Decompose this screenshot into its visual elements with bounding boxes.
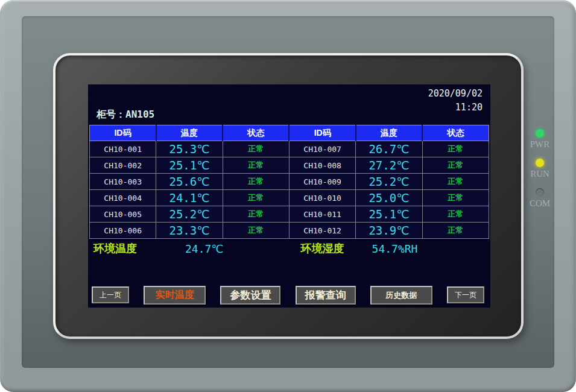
channel-id: CH10-010 <box>289 190 355 206</box>
channel-status: 正常 <box>223 141 289 157</box>
led-panel: PWR RUN COM <box>526 129 554 218</box>
channel-status: 正常 <box>422 141 489 157</box>
channel-temp: 25.3℃ <box>156 141 223 157</box>
param-settings-button[interactable]: 参数设置 <box>220 286 280 305</box>
env-temp-label: 环境温度 <box>93 241 137 256</box>
col-header-temp: 温度 <box>156 125 223 141</box>
alarm-query-button[interactable]: 报警查询 <box>296 286 356 305</box>
table-row: CH10-003 25.6℃ 正常 CH10-009 25.2℃ 正常 <box>90 174 489 190</box>
channel-id: CH10-005 <box>90 206 156 223</box>
lcd-screen: 2020/09/02 11:20 柜号：AN105 ID码 温度 状态 ID码 … <box>88 84 490 308</box>
table-row: CH10-005 25.2℃ 正常 CH10-011 25.1℃ 正常 <box>90 206 489 223</box>
channel-temp: 25.1℃ <box>356 206 422 223</box>
com-led-group: COM <box>530 188 550 209</box>
pwr-led-label: PWR <box>530 139 550 150</box>
next-page-button[interactable]: 下一页 <box>447 286 484 303</box>
environment-row: 环境温度 24.7℃ 环境湿度 54.7%RH <box>93 241 486 256</box>
channel-temp: 24.1℃ <box>156 190 223 206</box>
col-header-id: ID码 <box>90 125 156 141</box>
pwr-led-icon <box>536 129 544 138</box>
nav-button-bar: 上一页 实时温度 参数设置 报警查询 历史数据 下一页 <box>92 285 484 305</box>
table-row: CH10-002 25.1℃ 正常 CH10-008 27.2℃ 正常 <box>90 157 489 174</box>
screen-bezel: 2020/09/02 11:20 柜号：AN105 ID码 温度 状态 ID码 … <box>53 53 524 339</box>
channel-id: CH10-007 <box>289 141 355 157</box>
table-row: CH10-001 25.3℃ 正常 CH10-007 26.7℃ 正常 <box>90 141 489 157</box>
env-humidity-label: 环境湿度 <box>301 241 344 256</box>
channel-status: 正常 <box>223 174 289 190</box>
col-header-id: ID码 <box>289 125 355 141</box>
channel-status: 正常 <box>223 157 289 174</box>
channel-temp: 23.3℃ <box>156 223 223 239</box>
channel-status: 正常 <box>422 190 489 206</box>
realtime-temp-button[interactable]: 实时温度 <box>144 286 206 305</box>
table-row: CH10-004 24.1℃ 正常 CH10-010 25.0℃ 正常 <box>90 190 489 206</box>
channel-temp: 26.7℃ <box>356 141 422 157</box>
channel-temp: 23.9℃ <box>356 223 422 239</box>
run-led-group: RUN <box>530 159 549 179</box>
temperature-table: ID码 温度 状态 ID码 温度 状态 CH10-001 25.3℃ 正常 <box>89 125 489 239</box>
channel-status: 正常 <box>223 223 289 239</box>
prev-page-button[interactable]: 上一页 <box>92 286 129 303</box>
cabinet-label: 柜号：AN105 <box>97 109 154 121</box>
device-frame: 2020/09/02 11:20 柜号：AN105 ID码 温度 状态 ID码 … <box>0 0 576 392</box>
channel-id: CH10-001 <box>90 141 156 157</box>
channel-temp: 25.2℃ <box>356 174 422 190</box>
datetime-display: 2020/09/02 11:20 <box>428 87 483 115</box>
time-text: 11:20 <box>428 101 483 115</box>
channel-status: 正常 <box>422 206 489 223</box>
channel-status: 正常 <box>422 174 489 190</box>
channel-temp: 25.2℃ <box>156 206 223 223</box>
channel-id: CH10-002 <box>90 157 156 174</box>
channel-temp: 27.2℃ <box>356 157 422 174</box>
channel-temp: 25.1℃ <box>156 157 223 174</box>
run-led-icon <box>536 159 544 167</box>
channel-id: CH10-009 <box>289 174 355 190</box>
hmi-panel: 2020/09/02 11:20 柜号：AN105 ID码 温度 状态 ID码 … <box>0 0 576 392</box>
table-header-row: ID码 温度 状态 ID码 温度 状态 <box>90 125 489 141</box>
channel-status: 正常 <box>223 190 289 206</box>
env-humidity-value: 54.7%RH <box>372 242 418 255</box>
channel-id: CH10-004 <box>90 190 156 206</box>
env-temp-value: 24.7℃ <box>185 242 224 255</box>
com-led-icon <box>536 188 544 197</box>
channel-id: CH10-011 <box>289 206 355 223</box>
col-header-status: 状态 <box>223 125 289 141</box>
com-led-label: COM <box>530 198 550 209</box>
channel-status: 正常 <box>422 223 489 239</box>
channel-id: CH10-012 <box>289 223 355 239</box>
history-data-button[interactable]: 历史数据 <box>370 286 432 305</box>
channel-status: 正常 <box>422 157 489 174</box>
date-text: 2020/09/02 <box>428 87 483 101</box>
channel-id: CH10-003 <box>90 174 156 190</box>
run-led-label: RUN <box>530 169 549 179</box>
channel-status: 正常 <box>223 206 289 223</box>
channel-temp: 25.0℃ <box>356 190 422 206</box>
channel-id: CH10-008 <box>289 157 355 174</box>
col-header-temp: 温度 <box>356 125 422 141</box>
pwr-led-group: PWR <box>530 129 550 150</box>
table-row: CH10-006 23.3℃ 正常 CH10-012 23.9℃ 正常 <box>90 223 489 239</box>
channel-temp: 25.6℃ <box>156 174 223 190</box>
col-header-status: 状态 <box>422 125 489 141</box>
channel-id: CH10-006 <box>90 223 156 239</box>
